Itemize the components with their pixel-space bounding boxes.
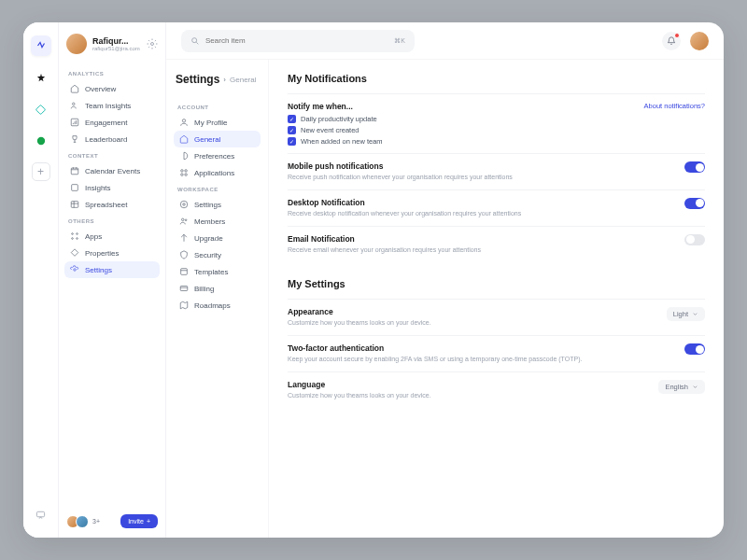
desktop-notif-toggle[interactable] — [684, 198, 705, 209]
svg-point-23 — [185, 219, 187, 221]
check-icon: ✓ — [288, 115, 296, 123]
nav-engagement[interactable]: Engagement — [64, 114, 160, 131]
subnav-preferences[interactable]: Preferences — [174, 147, 261, 164]
svg-rect-2 — [36, 511, 44, 517]
svg-point-10 — [77, 233, 78, 235]
notify-when-header: Notify me when... — [288, 102, 644, 111]
svg-point-17 — [185, 170, 188, 173]
subnav-applications[interactable]: Applications — [174, 164, 261, 181]
nav-apps[interactable]: Apps — [64, 228, 160, 245]
svg-point-16 — [181, 170, 184, 173]
email-notif-row: Email Notification Receive email wheneve… — [288, 226, 705, 262]
chevron-down-icon — [692, 384, 698, 390]
upgrade-icon — [179, 233, 189, 243]
subnav-templates[interactable]: Templates — [174, 263, 261, 280]
language-row: Language Customize how you theams looks … — [288, 371, 705, 408]
leaf-icon — [179, 151, 189, 161]
user-profile[interactable]: Rafiqur... rafiqur51@jira.com — [64, 34, 160, 54]
svg-point-13 — [74, 269, 77, 272]
bulb-icon — [70, 183, 79, 192]
nav-properties[interactable]: Properties — [64, 245, 160, 261]
mobile-push-toggle[interactable] — [684, 161, 705, 173]
check-icon: ✓ — [288, 137, 296, 146]
chevron-right-icon: › — [223, 76, 226, 84]
nav-overview[interactable]: Overview — [64, 80, 160, 97]
desktop-notif-row: Desktop Notification Receive desktop not… — [288, 189, 705, 226]
svg-rect-25 — [180, 287, 188, 291]
nav-settings[interactable]: Settings — [64, 261, 160, 278]
topbar: ⌘K — [166, 22, 724, 60]
app-rail: + — [23, 22, 59, 538]
check-team[interactable]: ✓When added on new team — [288, 137, 644, 146]
twofa-toggle[interactable] — [684, 343, 705, 355]
rail-app-4[interactable] — [31, 131, 51, 151]
twofa-row: Two-factor authentication Keep your acco… — [288, 335, 705, 371]
home-icon — [70, 84, 79, 93]
rail-app-3[interactable] — [31, 99, 51, 119]
svg-point-21 — [180, 201, 188, 208]
search-box[interactable]: ⌘K — [181, 30, 415, 52]
settings-title: My Settings — [288, 278, 705, 289]
nav-team-insights[interactable]: Team Insights — [64, 97, 160, 114]
notifications-title: My Notifications — [288, 73, 705, 84]
subnav-roadmaps[interactable]: Roadmaps — [174, 297, 261, 314]
notification-badge — [674, 33, 680, 38]
svg-rect-7 — [72, 185, 78, 191]
top-avatar[interactable] — [690, 32, 709, 50]
svg-point-14 — [192, 37, 197, 42]
rail-chat[interactable] — [31, 504, 51, 525]
main: ⌘K Settings › General Account My Profile — [166, 22, 724, 538]
subnav-account-label: Account — [174, 99, 261, 114]
calendar-icon — [70, 166, 79, 175]
svg-point-15 — [182, 119, 185, 122]
appearance-select[interactable]: Light — [667, 307, 705, 321]
nav-insights[interactable]: Insights — [64, 179, 160, 196]
invite-button[interactable]: Invite+ — [120, 514, 158, 528]
subnav-members[interactable]: Members — [174, 213, 261, 230]
template-icon — [179, 267, 189, 276]
check-icon: ✓ — [288, 126, 296, 134]
app-window: + Rafiqur... rafiqur51@jira.com Analytic… — [23, 22, 724, 538]
about-notifications-link[interactable]: About notifications? — [644, 102, 705, 110]
search-input[interactable] — [205, 36, 388, 45]
subnav-billing[interactable]: Billing — [174, 280, 261, 297]
sidebar: Rafiqur... rafiqur51@jira.com Analytics … — [59, 22, 166, 538]
notify-when-row: Notify me when... ✓Daily productivity up… — [288, 93, 705, 153]
nav-leaderboard[interactable]: Leaderboard — [64, 131, 160, 147]
subnav-general[interactable]: General — [174, 131, 261, 147]
trophy-icon — [70, 134, 79, 144]
user-email: rafiqur51@jira.com — [92, 46, 141, 51]
check-event[interactable]: ✓New event created — [288, 126, 644, 134]
email-notif-toggle[interactable] — [684, 234, 705, 245]
gear-icon[interactable] — [147, 38, 158, 49]
check-daily[interactable]: ✓Daily productivity update — [288, 115, 644, 123]
chart-icon — [70, 118, 79, 127]
subnav-security[interactable]: Security — [174, 246, 261, 263]
shield-icon — [179, 250, 189, 259]
svg-rect-24 — [181, 269, 188, 275]
settings-panel: My Notifications Notify me when... ✓Dail… — [269, 60, 724, 538]
avatar-stack[interactable]: 3+ — [66, 515, 100, 528]
subnav-upgrade[interactable]: Upgrade — [174, 230, 261, 246]
subnav-my-profile[interactable]: My Profile — [174, 114, 261, 131]
nav-calendar[interactable]: Calendar Events — [64, 162, 160, 179]
table-icon — [70, 200, 79, 209]
svg-point-18 — [181, 174, 184, 176]
chevron-down-icon — [692, 311, 698, 317]
cog-icon — [179, 200, 189, 209]
nav-spreadsheet[interactable]: Spreadsheet — [64, 196, 160, 213]
section-others: Others — [64, 213, 160, 228]
rail-add[interactable]: + — [32, 162, 50, 181]
rail-app-1[interactable] — [31, 35, 51, 56]
svg-point-1 — [36, 137, 44, 145]
notifications-bell[interactable] — [662, 32, 681, 50]
tag-icon — [70, 248, 79, 258]
avatar — [66, 34, 87, 54]
language-select[interactable]: English — [658, 380, 705, 394]
subnav-workspace-label: Workspace — [174, 181, 261, 196]
settings-icon — [70, 265, 79, 274]
rail-app-2[interactable] — [31, 67, 51, 88]
appearance-row: Appearance Customize how you theams look… — [288, 299, 705, 335]
billing-icon — [179, 284, 189, 293]
subnav-settings[interactable]: Settings — [174, 196, 261, 213]
